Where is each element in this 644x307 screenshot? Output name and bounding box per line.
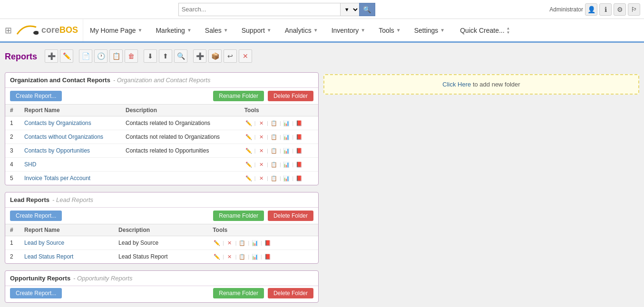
chevron-down-icon: ▼ [138,28,143,33]
delete-folder-button-3[interactable]: Delete Folder [268,288,313,298]
nav-tools[interactable]: Tools ▼ [372,20,408,40]
paste-button[interactable]: 📋 [109,49,123,63]
edit-report-icon[interactable]: ✏️ [244,133,253,141]
schedule-report-icon[interactable]: 📋 [270,146,278,155]
click-here-link[interactable]: Click Here [442,81,471,88]
edit-report-icon[interactable]: ✏️ [244,160,253,169]
edit-report-icon[interactable]: ✏️ [213,239,221,247]
delete-report-icon[interactable]: ✕ [225,239,234,247]
edit-report-icon[interactable]: ✏️ [244,146,253,155]
top-right-area: Administrator 👤 ℹ ⚙ 🏳 [549,3,640,16]
export-report-icon[interactable]: 📊 [282,174,291,182]
create-report-button-3[interactable]: Create Report... [10,288,62,298]
pdf-report-icon[interactable]: 📕 [263,252,272,261]
report-link[interactable]: Lead by Source [24,240,64,246]
edit-report-icon[interactable]: ✏️ [213,252,221,261]
delete-folder-button-2[interactable]: Delete Folder [268,211,313,221]
schedule-report-icon[interactable]: 📋 [238,239,246,247]
folder-org-contact-header: Organization and Contact Reports - Organ… [5,73,318,88]
nav-settings[interactable]: Settings ▼ [408,20,452,40]
schedule-report-icon[interactable]: 📋 [238,252,246,261]
tools-cell: ✏️ | ✕ | 📋 | 📊 | 📕 [240,130,318,144]
nav-inventory[interactable]: Inventory ▼ [325,20,372,40]
logo-text: coreBOS [41,25,78,35]
rename-folder-button-1[interactable]: Rename Folder [213,91,264,101]
schedule-report-icon[interactable]: 📋 [270,174,278,182]
add2-button[interactable]: ➕ [193,49,206,63]
schedule-report-icon[interactable]: 📋 [270,133,278,141]
delete-report-icon[interactable]: ✕ [257,174,265,182]
edit-report-icon[interactable]: ✏️ [244,119,253,127]
main-layout: Organization and Contact Reports - Organ… [5,72,639,307]
delete-report-icon[interactable]: ✕ [257,133,265,141]
page-title: Reports [5,52,37,62]
col-num-2: # [5,224,20,236]
archive-button[interactable]: 📦 [208,49,222,63]
create-report-button-1[interactable]: Create Report... [10,91,62,101]
pdf-report-icon[interactable]: 📕 [295,174,303,182]
admin-label: Administrator [549,6,583,13]
tools-cell: ✏️ | ✕ | 📋 | 📊 | 📕 [240,116,318,130]
settings-icon[interactable]: ⚙ [614,3,626,16]
back-button[interactable]: ↩ [224,49,237,63]
search-button[interactable]: 🔍 [359,3,375,16]
nav-analytics[interactable]: Analytics ▼ [278,20,325,40]
search-dropdown[interactable]: ▼ [340,3,359,16]
download-button[interactable]: ⬇ [144,49,157,63]
report-link[interactable]: Contacts by Organizations [24,120,91,126]
history-button[interactable]: 🕐 [94,49,107,63]
export-report-icon[interactable]: 📊 [251,239,259,247]
delete-report-icon[interactable]: ✕ [257,160,265,169]
close-toolbar-button[interactable]: ✕ [239,49,252,63]
report-link[interactable]: Invoice Totals per Account [24,175,90,182]
quick-create[interactable]: Quick Create... ▲▼ [453,20,517,40]
pdf-report-icon[interactable]: 📕 [295,133,303,141]
upload-button[interactable]: ⬆ [159,49,172,63]
chevron-down-icon: ▼ [361,28,365,33]
nav-sales[interactable]: Sales ▼ [198,20,235,40]
rename-folder-button-3[interactable]: Rename Folder [213,288,264,298]
folder-opportunity-header: Opportunity Reports - Opportunity Report… [5,271,318,286]
export-report-icon[interactable]: 📊 [282,146,291,155]
pdf-report-icon[interactable]: 📕 [295,160,303,169]
folder-opportunity-name: Opportunity Reports [10,275,70,282]
create-report-button-2[interactable]: Create Report... [10,211,62,221]
delete-button[interactable]: 🗑 [125,49,138,63]
delete-report-icon[interactable]: ✕ [257,146,265,155]
copy-button[interactable]: 📄 [79,49,92,63]
report-link[interactable]: Contacts without Organizations [24,134,103,140]
schedule-report-icon[interactable]: 📋 [270,160,278,169]
pdf-report-icon[interactable]: 📕 [295,119,303,127]
row-num: 2 [5,130,20,144]
pdf-report-icon[interactable]: 📕 [263,239,272,247]
export-report-icon[interactable]: 📊 [282,160,291,169]
user-icon[interactable]: 👤 [585,3,597,16]
nav-home[interactable]: My Home Page ▼ [83,20,149,40]
nav-support[interactable]: Support ▼ [235,20,278,40]
export-report-icon[interactable]: 📊 [282,133,291,141]
pdf-report-icon[interactable]: 📕 [295,146,303,155]
edit-report-icon[interactable]: ✏️ [244,174,253,182]
rename-folder-button-2[interactable]: Rename Folder [213,211,264,221]
report-link[interactable]: SHD [24,161,36,168]
nav-marketing[interactable]: Marketing ▼ [149,20,198,40]
export-report-icon[interactable]: 📊 [251,252,259,261]
edit-button[interactable]: ✏️ [60,49,73,63]
flag-icon[interactable]: 🏳 [628,3,640,16]
row-report-name: Contacts without Organizations [20,130,121,144]
delete-folder-button-1[interactable]: Delete Folder [268,91,313,101]
delete-report-icon[interactable]: ✕ [257,119,265,127]
delete-report-icon[interactable]: ✕ [225,252,234,261]
schedule-report-icon[interactable]: 📋 [270,119,278,127]
add-button[interactable]: ➕ [45,49,58,63]
export-report-icon[interactable]: 📊 [282,119,291,127]
logo-swoosh [15,22,39,37]
report-table-1: # Report Name Description Tools 1 Contac… [5,104,318,185]
report-link[interactable]: Contacts by Opportunities [24,147,90,154]
report-link[interactable]: Lead Status Report [24,253,73,260]
col-name-1: Report Name [20,105,121,116]
info-icon[interactable]: ℹ [599,3,612,16]
search-toolbar-button[interactable]: 🔍 [174,49,187,63]
col-desc-2: Description [114,224,208,236]
search-input[interactable] [178,3,340,16]
